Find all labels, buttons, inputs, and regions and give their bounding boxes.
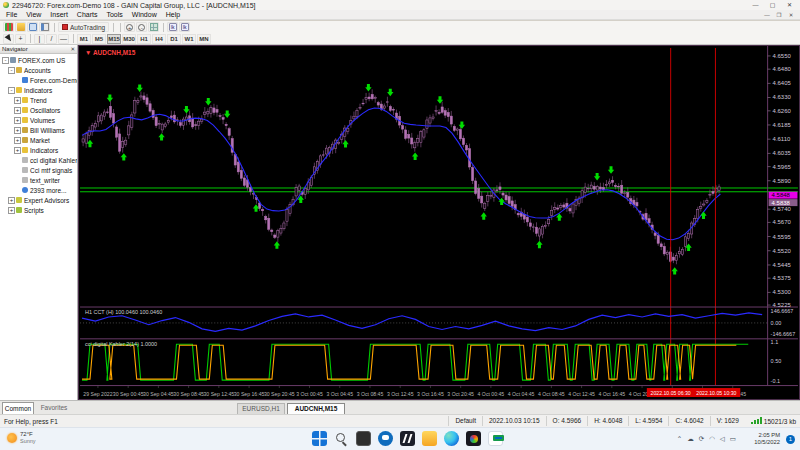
timeframe-h1-button[interactable]: H1	[137, 34, 151, 44]
expander-plus-icon[interactable]: +	[14, 117, 21, 124]
periods-button[interactable]: lk	[179, 22, 190, 32]
expander-plus-icon[interactable]: +	[14, 107, 21, 114]
child-restore-icon[interactable]: ❐	[773, 10, 785, 20]
autotrading-button[interactable]: AutoTrading	[58, 22, 109, 32]
expander-minus-icon[interactable]: -	[2, 57, 9, 64]
tree-item-accounts[interactable]: -Accounts	[0, 65, 77, 75]
tree-item-forex-com-us[interactable]: -FOREX.com US	[0, 55, 77, 65]
maximize-icon[interactable]: ▢	[764, 0, 781, 10]
tree-item-indicators[interactable]: +Indicators	[0, 145, 77, 155]
profiles-button[interactable]	[15, 22, 26, 32]
menu-file[interactable]: File	[6, 11, 17, 18]
menu-view[interactable]: View	[26, 11, 41, 18]
chat-app-icon[interactable]	[378, 431, 393, 446]
timeframe-m15-button[interactable]: M15	[107, 34, 121, 44]
crosshair-tool-button[interactable]: +	[15, 34, 26, 44]
bid-price-badge: 4.58484.5838	[769, 192, 798, 206]
child-close-icon[interactable]: ✕	[785, 10, 797, 20]
tree-item-cci-mtf-signals[interactable]: Cci mtf signals	[0, 165, 77, 175]
timeframe-h4-button[interactable]: H4	[152, 34, 166, 44]
expander-plus-icon[interactable]: +	[14, 147, 21, 154]
timeframe-d1-button[interactable]: D1	[167, 34, 181, 44]
tree-spacer	[14, 77, 21, 84]
zoom-in-button[interactable]: +	[124, 22, 135, 32]
svg-text:4 Oct 12:45: 4 Oct 12:45	[568, 391, 595, 397]
timeframe-m1-button[interactable]: M1	[77, 34, 91, 44]
expander-minus-icon[interactable]: -	[8, 87, 15, 94]
menu-tools[interactable]: Tools	[106, 11, 122, 18]
taskview-app-icon[interactable]	[356, 431, 371, 446]
trendline-tool-button[interactable]: /	[46, 34, 57, 44]
tree-item-volumes[interactable]: +Volumes	[0, 115, 77, 125]
menu-charts[interactable]: Charts	[77, 11, 98, 18]
forex-app-icon[interactable]	[488, 431, 503, 446]
zoom-out-button[interactable]: -	[136, 22, 147, 32]
close-icon[interactable]: ✕	[781, 0, 798, 10]
timeframe-w1-button[interactable]: W1	[182, 34, 196, 44]
expander-plus-icon[interactable]: +	[14, 127, 21, 134]
battery-icon[interactable]: ▭	[730, 434, 736, 444]
navigator-button[interactable]	[39, 22, 50, 32]
tree-item-indicators[interactable]: -Indicators	[0, 85, 77, 95]
price-axis: 4.65504.64804.64054.63304.62604.61854.61…	[768, 53, 792, 308]
tray-chevron-icon[interactable]: ⌃	[677, 434, 682, 444]
market-watch-button[interactable]	[27, 22, 38, 32]
tree-item-oscillators[interactable]: +Oscillators	[0, 105, 77, 115]
tree-item-expert-advisors[interactable]: +Expert Advisors	[0, 195, 77, 205]
expander-plus-icon[interactable]: +	[14, 137, 21, 144]
timeframe-m30-button[interactable]: M30	[122, 34, 136, 44]
tree-item-text-writer[interactable]: text_writer	[0, 175, 77, 185]
taskbar-clock[interactable]: 2:05 PM 10/5/2022	[754, 432, 780, 446]
navigator-close-icon[interactable]: ✕	[70, 46, 75, 52]
status-help-text: For Help, press F1	[0, 418, 58, 425]
horizontal-line-tool-button[interactable]: —	[58, 34, 69, 44]
menu-insert[interactable]: Insert	[50, 11, 68, 18]
tree-item-market[interactable]: +Market	[0, 135, 77, 145]
start-app-icon[interactable]	[312, 431, 327, 446]
weather-widget[interactable]: 72°F Sunny	[7, 431, 36, 445]
expander-plus-icon[interactable]: +	[14, 97, 21, 104]
timeframe-mn-button[interactable]: MN	[197, 34, 211, 44]
wifi-icon[interactable]: ◠	[709, 434, 715, 444]
digital-cci-green	[82, 344, 748, 380]
svg-text:3 Oct 00:45: 3 Oct 00:45	[296, 391, 323, 397]
chart-symbol-label: ▼ AUDCNH,M15	[85, 49, 136, 57]
minimize-icon[interactable]: —	[747, 0, 764, 10]
tree-item-cci-digital-kahler-2[interactable]: cci digital Kahler 2	[0, 155, 77, 165]
menu-window[interactable]: Window	[132, 11, 157, 18]
notepad-app-icon[interactable]	[400, 431, 415, 446]
timeframe-m5-button[interactable]: M5	[92, 34, 106, 44]
fx-icon	[22, 157, 28, 163]
tree-item-forex-com-demo-108[interactable]: Forex.com-Demo 108	[0, 75, 77, 85]
vertical-line-tool-button[interactable]: |	[34, 34, 45, 44]
expander-plus-icon[interactable]: +	[8, 207, 15, 214]
child-minimize-icon[interactable]: —	[761, 10, 773, 20]
indicators-button[interactable]: lk	[167, 22, 178, 32]
new-chart-button[interactable]	[3, 22, 14, 32]
tree-item-trend[interactable]: +Trend	[0, 95, 77, 105]
search-app-icon[interactable]	[334, 431, 349, 446]
status-profile[interactable]: Default	[448, 416, 482, 426]
tree-item-scripts[interactable]: +Scripts	[0, 205, 77, 215]
explorer-app-icon[interactable]	[422, 431, 437, 446]
menu-help[interactable]: Help	[166, 11, 180, 18]
photos-app-icon[interactable]	[466, 431, 481, 446]
navigator-tab-favorites[interactable]: Favorites	[36, 402, 72, 414]
tile-windows-button[interactable]	[148, 22, 159, 32]
indicator-icon	[22, 107, 28, 113]
chart-canvas[interactable]: 4.65504.64804.64054.63304.62604.61854.61…	[79, 46, 799, 399]
volume-icon[interactable]: ◁	[720, 434, 725, 444]
edge-app-icon[interactable]	[444, 431, 459, 446]
navigator-title: Navigator	[2, 46, 28, 52]
sync-icon[interactable]: ⟳	[699, 434, 704, 444]
notification-badge[interactable]: 1	[786, 435, 795, 444]
navigator-tab-common[interactable]: Common	[2, 402, 34, 414]
expander-minus-icon[interactable]: -	[8, 67, 15, 74]
expander-plus-icon[interactable]: +	[8, 197, 15, 204]
onedrive-cloud-icon[interactable]: ☁	[687, 434, 694, 444]
cursor-tool-button[interactable]	[3, 34, 14, 44]
tree-item-2393-more-[interactable]: 2393 more...	[0, 185, 77, 195]
chart-window[interactable]: 4.65504.64804.64054.63304.62604.61854.61…	[78, 45, 800, 400]
tree-item-bill-williams[interactable]: +Bill Williams	[0, 125, 77, 135]
taskbar-apps	[312, 431, 503, 446]
